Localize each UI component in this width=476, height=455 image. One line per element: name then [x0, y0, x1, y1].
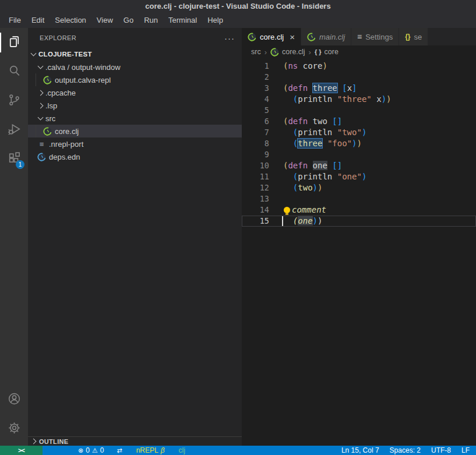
title-bar: core.clj - clojure-test - Visual Studio …	[0, 0, 476, 12]
code-line-4[interactable]: 4 (println "three" x))	[242, 94, 476, 105]
encoding[interactable]: UTF-8	[426, 446, 456, 454]
lightbulb-icon[interactable]	[284, 207, 290, 213]
cursor-caret	[282, 216, 283, 226]
breadcrumb-item-src[interactable]: src	[251, 48, 261, 56]
tab-se[interactable]: {}se	[399, 28, 428, 45]
status-bar-items: ⊗0⚠0⇄nREPLβcljLn 15, Col 7Spaces: 2UTF-8…	[43, 446, 476, 455]
code-line-12[interactable]: 12 (two))	[242, 182, 476, 193]
code-line-9[interactable]: 9	[242, 149, 476, 160]
search-icon	[7, 64, 22, 80]
code-token	[308, 161, 312, 170]
menu-item-file[interactable]: File	[3, 14, 26, 26]
tree-item-deps-edn[interactable]: deps.edn	[28, 150, 242, 163]
breadcrumb-label: core	[325, 48, 339, 56]
error-icon: ⊗	[78, 447, 83, 454]
activity-item-source-control[interactable]	[0, 86, 28, 115]
tree-item-label: core.clj	[55, 127, 79, 136]
clojure-file-icon	[248, 33, 256, 41]
clojure-file-icon	[43, 76, 52, 84]
menu-item-edit[interactable]: Edit	[26, 14, 50, 26]
code-token	[283, 216, 293, 225]
indentation[interactable]: Spaces: 2	[385, 446, 426, 454]
breadcrumb-item-core-clj[interactable]: core.clj	[270, 48, 305, 57]
clojure-file-icon	[270, 48, 279, 57]
cursor-position[interactable]: Ln 15, Col 7	[336, 446, 385, 454]
code-token: )	[313, 183, 318, 192]
code-line-14[interactable]: 14comment	[242, 204, 476, 216]
line-number: 2	[242, 72, 269, 83]
line-number: 8	[242, 138, 269, 149]
tab-core-clj[interactable]: core.clj×	[242, 28, 301, 45]
chevron-right-icon	[38, 103, 44, 108]
activity-item-settings[interactable]	[0, 414, 28, 443]
outline-section-header[interactable]: OUTLINE	[28, 436, 242, 446]
code-line-7[interactable]: 7 (println "two")	[242, 127, 476, 138]
more-actions-icon[interactable]: ···	[224, 33, 235, 43]
remote-indicator[interactable]: ><	[0, 446, 43, 455]
tree-item-label: src	[45, 114, 55, 123]
activity-item-run-debug[interactable]	[0, 115, 28, 144]
code-token	[283, 139, 293, 148]
code-line-3[interactable]: 3(defn three [x]	[242, 83, 476, 94]
tree-item-root[interactable]: CLOJURE-TEST	[28, 48, 242, 61]
eol[interactable]: LF	[456, 446, 475, 454]
activity-item-explorer[interactable]	[0, 28, 28, 57]
chevron-right-icon	[38, 90, 44, 96]
menu-item-terminal[interactable]: Terminal	[163, 14, 202, 26]
activity-item-extensions[interactable]: 1	[0, 144, 28, 174]
menu-item-help[interactable]: Help	[202, 14, 228, 26]
clojure-lsp-status[interactable]: ⇄	[114, 447, 125, 454]
tree-item-label: CLOJURE-TEST	[38, 51, 92, 58]
code-editor[interactable]: 1(ns core)23(defn three [x]4 (println "t…	[242, 58, 476, 446]
file-tree: CLOJURE-TEST.calva / output-windowoutput…	[28, 48, 242, 436]
nrepl-status[interactable]: nREPLβ	[133, 446, 168, 454]
code-token	[332, 94, 337, 104]
code-line-6[interactable]: 6(defn two []	[242, 116, 476, 127]
menu-item-selection[interactable]: Selection	[50, 14, 91, 26]
tree-item-output-calva-repl[interactable]: output.calva-repl	[28, 73, 242, 86]
menu-item-run[interactable]: Run	[139, 14, 163, 26]
code-token: []	[332, 161, 342, 170]
menu-item-view[interactable]: View	[91, 14, 118, 26]
line-number: 11	[242, 171, 269, 182]
problems-status[interactable]: ⊗0⚠0	[75, 446, 107, 454]
code-token	[337, 83, 342, 93]
tree-item-core-clj[interactable]: core.clj	[28, 125, 242, 137]
lsp-icon: ⇄	[117, 447, 122, 454]
code-token: )	[362, 128, 366, 137]
tree-item--lsp[interactable]: .lsp	[28, 99, 242, 112]
tree-item-src[interactable]: src	[28, 112, 242, 125]
status-bar-right: Ln 15, Col 7Spaces: 2UTF-8LF	[336, 446, 476, 454]
tab-main-clj[interactable]: main.clj	[301, 28, 351, 45]
menu-item-go[interactable]: Go	[118, 14, 139, 26]
line-number: 4	[242, 94, 269, 105]
code-token: ]	[352, 83, 357, 93]
line-number: 1	[242, 61, 269, 72]
clj-label: clj	[179, 446, 185, 454]
code-line-5[interactable]: 5	[242, 105, 476, 116]
chevron-down-icon	[38, 64, 44, 69]
code-token: three	[313, 83, 337, 93]
tree-item--nrepl-port[interactable]: ≡.nrepl-port	[28, 137, 242, 150]
code-token: two	[313, 117, 327, 126]
code-line-11[interactable]: 11 (println "one")	[242, 171, 476, 182]
tree-item--cpcache[interactable]: .cpcache	[28, 86, 242, 99]
code-line-1[interactable]: 1(ns core)	[242, 61, 476, 72]
breadcrumb-item-core[interactable]: { }core	[315, 48, 339, 56]
line-content: (three "foo"))	[283, 138, 362, 149]
close-icon[interactable]: ×	[290, 33, 295, 41]
code-line-10[interactable]: 10(defn one []	[242, 160, 476, 171]
code-line-15[interactable]: 15 (one))	[242, 216, 476, 227]
code-line-13[interactable]: 13	[242, 193, 476, 204]
clj-indicator[interactable]: clj	[176, 446, 188, 454]
line-content: (ns core)	[283, 61, 327, 72]
breadcrumb-label: src	[251, 48, 261, 56]
code-token: comment	[292, 205, 326, 214]
line-content: (defn one []	[283, 160, 342, 171]
code-line-8[interactable]: 8 (three "foo"))	[242, 138, 476, 149]
tab-settings[interactable]: ≡Settings	[351, 28, 399, 45]
activity-item-search[interactable]	[0, 57, 28, 86]
code-line-2[interactable]: 2	[242, 72, 476, 83]
activity-item-account[interactable]	[0, 385, 28, 414]
tree-item--calva-output-window[interactable]: .calva / output-window	[28, 61, 242, 73]
